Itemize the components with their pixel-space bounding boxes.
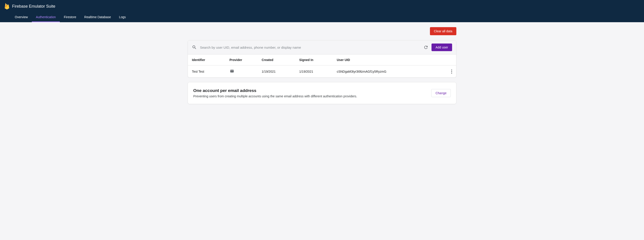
- cell-created: 1/19/2021: [258, 65, 295, 78]
- tab-overview[interactable]: Overview: [11, 13, 32, 22]
- column-header-provider: Provider: [226, 55, 258, 65]
- refresh-button[interactable]: [424, 45, 428, 50]
- header-top-row: Firebase Emulator Suite: [0, 0, 644, 13]
- cell-user-uid: cSNDgaM3tyr3t9lzmAGf1y5RyzmG: [333, 65, 446, 78]
- app-title: Firebase Emulator Suite: [12, 4, 55, 9]
- cell-signed-in: 1/19/2021: [295, 65, 333, 78]
- column-header-signed-in: Signed In: [295, 55, 333, 65]
- app-header: Firebase Emulator Suite Overview Authent…: [0, 0, 644, 22]
- column-header-identifier: Identifier: [188, 55, 226, 65]
- search-bar: Add user: [188, 40, 456, 55]
- search-icon: [192, 45, 197, 50]
- column-header-created: Created: [258, 55, 295, 65]
- settings-description: Preventing users from creating multiple …: [193, 94, 427, 98]
- cell-identifier: Test Test: [188, 65, 226, 78]
- email-icon: [230, 69, 234, 73]
- refresh-icon: [424, 45, 428, 50]
- column-header-user-uid: User UID: [333, 55, 446, 65]
- table-row: Test Test 1/19/2021 1/19/2021 cSNDgaM3ty…: [188, 65, 456, 78]
- tab-logs[interactable]: Logs: [115, 13, 130, 22]
- users-card: Add user Identifier Provider Created Sig…: [188, 40, 456, 78]
- nav-tabs: Overview Authentication Firestore Realti…: [0, 13, 644, 22]
- more-vert-icon[interactable]: [451, 70, 452, 74]
- account-settings-card: One account per email address Preventing…: [188, 82, 456, 104]
- column-header-actions: [446, 55, 456, 65]
- settings-title: One account per email address: [193, 88, 427, 93]
- tab-realtime-database[interactable]: Realtime Database: [80, 13, 115, 22]
- settings-text-block: One account per email address Preventing…: [193, 88, 427, 98]
- users-table: Identifier Provider Created Signed In Us…: [188, 55, 456, 77]
- tab-authentication[interactable]: Authentication: [32, 13, 60, 22]
- add-user-button[interactable]: Add user: [432, 44, 452, 51]
- cell-provider: [226, 65, 258, 78]
- cell-actions: [446, 65, 456, 78]
- firebase-logo-icon: [4, 3, 10, 10]
- change-button[interactable]: Change: [431, 89, 451, 97]
- clear-all-data-button[interactable]: Clear all data: [430, 27, 456, 35]
- main-content: Clear all data Add user Identifier Provi…: [168, 22, 476, 109]
- top-actions-row: Clear all data: [188, 27, 456, 35]
- tab-firestore[interactable]: Firestore: [60, 13, 80, 22]
- search-input[interactable]: [200, 46, 420, 49]
